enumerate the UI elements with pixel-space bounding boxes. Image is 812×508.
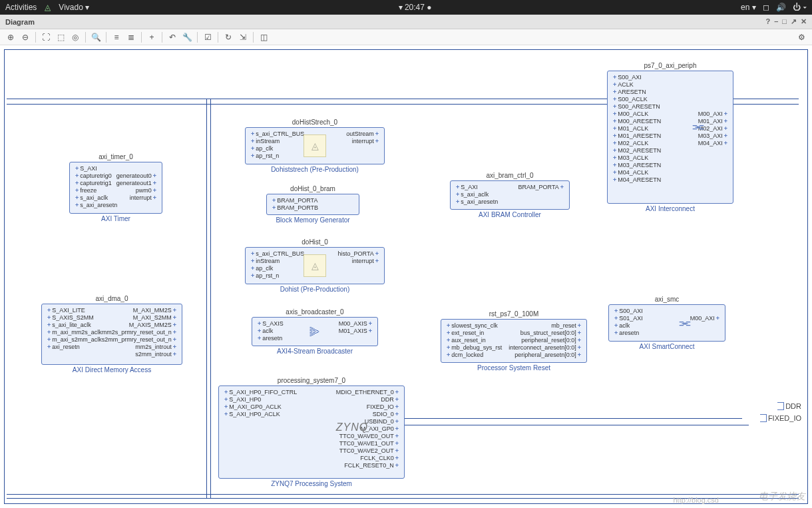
port-label: M00_AXI — [690, 315, 715, 322]
clock[interactable]: ▾ 20:47 ● — [399, 3, 432, 12]
app-menu-button[interactable]: Vivado ▾ — [59, 3, 89, 12]
port-row: +ext_reset_inbus_struct_reset[0:0]+ — [445, 330, 582, 337]
hlayers-button[interactable]: ≡ — [110, 31, 123, 43]
add-ip-button[interactable]: + — [145, 31, 158, 43]
port-row: +M04_ARESETN — [612, 176, 729, 184]
block-type: AXI Direct Memory Access — [41, 366, 182, 374]
port-label: generateout0 — [116, 172, 152, 180]
port-row: +M04_ACLK — [612, 169, 729, 176]
block-broadcaster[interactable]: axis_broadcaster_0 ⫸ +S_AXISM00_AXIS++ac… — [252, 308, 378, 355]
block-title: axi_smc — [608, 296, 725, 303]
diagram-canvas[interactable]: axi_timer_0 +S_AXI+capturetrig0generateo… — [0, 45, 812, 508]
block-type: Block Memory Generator — [266, 216, 359, 224]
block-rst[interactable]: rst_ps7_0_100M +slowest_sync_clkmb_reset… — [441, 310, 587, 372]
port-label: slowest_sync_clk — [451, 322, 498, 330]
port-row: TTC0_WAVE0_OUT+ — [223, 433, 400, 440]
port-label: FCLK_RESET0_N — [344, 462, 394, 469]
help-icon[interactable]: ? — [765, 17, 770, 26]
port-label: FIXED_IO — [367, 403, 394, 411]
minimize-icon[interactable]: – — [774, 17, 778, 26]
validate-button[interactable]: ☑ — [201, 31, 214, 43]
port-label: M00_ACLK — [618, 111, 648, 118]
regenerate-button[interactable]: ↻ — [222, 31, 235, 43]
block-title: axi_bram_ctrl_0 — [450, 172, 570, 179]
port-label: BRAM_PORTB — [277, 204, 318, 212]
tools-button[interactable]: 🔧 — [180, 31, 194, 43]
port-label: inStream — [256, 258, 280, 265]
port-row: +m_axi_mm2s_aclkmm2s_prmry_reset_out_n+ — [46, 329, 178, 336]
port-label: s_axi_CTRL_BUS — [256, 130, 304, 138]
port-row: +s_axi_aresetn — [455, 198, 565, 206]
center-button[interactable]: ◎ — [69, 31, 82, 43]
zoom-in-button[interactable]: ⊕ — [4, 31, 17, 43]
port-row: +capturetrig0generateout0+ — [74, 172, 158, 180]
block-hist-stretch[interactable]: doHistStrech_0 ◬ +s_axi_CTRL_BUSoutStrea… — [245, 119, 385, 173]
block-type: AXI Interconnect — [607, 205, 733, 212]
port-label: TTC0_WAVE1_OUT — [339, 440, 394, 447]
port-label: FCLK_CLK0 — [360, 455, 394, 462]
port-row: +capturetrig1generateout1+ — [74, 180, 158, 187]
external-port-ddr[interactable]: DDR — [777, 402, 801, 410]
port-label: s_axi_CTRL_BUS — [256, 250, 304, 258]
port-label: mb_reset — [551, 322, 576, 330]
undo-button[interactable]: ↶ — [166, 31, 179, 43]
port-label: interrupt — [352, 258, 374, 265]
port-label: interrupt — [130, 194, 152, 202]
port-label: M01_ACLK — [618, 125, 648, 132]
select-area-button[interactable]: ⬚ — [54, 31, 67, 43]
vlayers-button[interactable]: ≣ — [124, 31, 138, 43]
port-row: +s_axi_lite_aclkM_AXIS_MM2S+ — [46, 322, 178, 329]
port-label: S00_AXI — [619, 308, 643, 315]
lang-indicator[interactable]: en ▾ — [741, 3, 756, 12]
block-type: AXI SmartConnect — [608, 343, 725, 350]
port-row: +S00_ACLK — [612, 96, 729, 103]
block-axi-dma[interactable]: axi_dma_0 +S_AXI_LITEM_AXI_MM2S++S_AXIS_… — [41, 295, 182, 374]
block-title: ps7_0_axi_periph — [607, 62, 733, 69]
port-row: +slowest_sync_clkmb_reset+ — [445, 322, 582, 330]
block-axi-timer[interactable]: axi_timer_0 +S_AXI+capturetrig0generateo… — [69, 153, 162, 222]
port-row: s2mm_introut+ — [46, 351, 178, 358]
block-ps7[interactable]: processing_system7_0 ZYNQ +S_AXI_HP0_FIF… — [218, 377, 405, 487]
port-label: s_axi_aclk — [80, 194, 108, 202]
port-row: +freezepwm0+ — [74, 187, 158, 194]
settings-button[interactable]: ⚙ — [795, 31, 808, 43]
zoom-out-button[interactable]: ⊖ — [19, 31, 32, 43]
block-title: processing_system7_0 — [218, 377, 405, 384]
os-topbar: Activities ◬ Vivado ▾ ▾ 20:47 ● en ▾ ◻ 🔊… — [0, 0, 812, 15]
port-label: BRAM_PORTA — [277, 197, 317, 204]
block-hist[interactable]: doHist_0 ◬ +s_axi_CTRL_BUShisto_PORTA++i… — [245, 238, 385, 293]
block-axi-periph[interactable]: ps7_0_axi_periph ⫘ +S00_AXI+ACLK+ARESETN… — [607, 62, 733, 212]
block-title: doHistStrech_0 — [245, 119, 385, 126]
smartconnect-icon: ⫘ — [678, 316, 691, 331]
block-axi-smc[interactable]: axi_smc ⫘ +S00_AXI+S01_AXIM00_AXI++aclk+… — [608, 296, 725, 350]
port-label: ap_rst_n — [256, 272, 279, 280]
export-button[interactable]: ⇲ — [236, 31, 250, 43]
port-row: +S_AXI_HP0_FIFO_CTRLMDIO_ETHERNET_0+ — [223, 389, 400, 396]
power-icon[interactable]: ⏻ ▾ — [793, 3, 807, 12]
restore-icon[interactable]: □ — [782, 17, 787, 26]
external-port-fixed-io[interactable]: FIXED_IO — [760, 414, 801, 422]
block-bram-ctrl[interactable]: axi_bram_ctrl_0 +S_AXIBRAM_PORTA++s_axi_… — [450, 172, 570, 218]
activities-button[interactable]: Activities — [5, 3, 37, 12]
port-row: +M01_ACLKM02_AXI+ — [612, 125, 729, 132]
port-label: S_AXIS — [262, 320, 284, 328]
block-type: AXI4-Stream Broadcaster — [252, 348, 378, 355]
maximize-icon[interactable]: ↗ — [791, 17, 797, 26]
port-label: dcm_locked — [451, 352, 483, 359]
search-button[interactable]: 🔍 — [89, 31, 102, 43]
port-label: M_AXI_MM2S — [133, 307, 172, 314]
window-icon[interactable]: ◻ — [763, 3, 769, 12]
port-row: +m_axi_s2mm_aclks2mm_prmry_reset_out_n+ — [46, 336, 178, 344]
port-label: M00_AXI — [698, 111, 723, 118]
port-label: S_AXI_HP0_FIFO_CTRL — [229, 389, 297, 396]
port-label: ACLK — [618, 81, 634, 89]
block-hist-bram[interactable]: doHist_0_bram +BRAM_PORTA+BRAM_PORTB Blo… — [266, 185, 359, 224]
port-row: +axi_resetnmm2s_introut+ — [46, 344, 178, 351]
ip-button[interactable]: ◫ — [257, 31, 270, 43]
port-label: S_AXI — [461, 184, 478, 191]
volume-icon[interactable]: 🔊 — [776, 3, 786, 12]
zoom-fit-button[interactable]: ⛶ — [39, 31, 53, 43]
port-label: axi_resetn — [52, 344, 80, 351]
port-row: +M02_ACLKM04_AXI+ — [612, 140, 729, 147]
close-icon[interactable]: ✕ — [801, 17, 807, 26]
